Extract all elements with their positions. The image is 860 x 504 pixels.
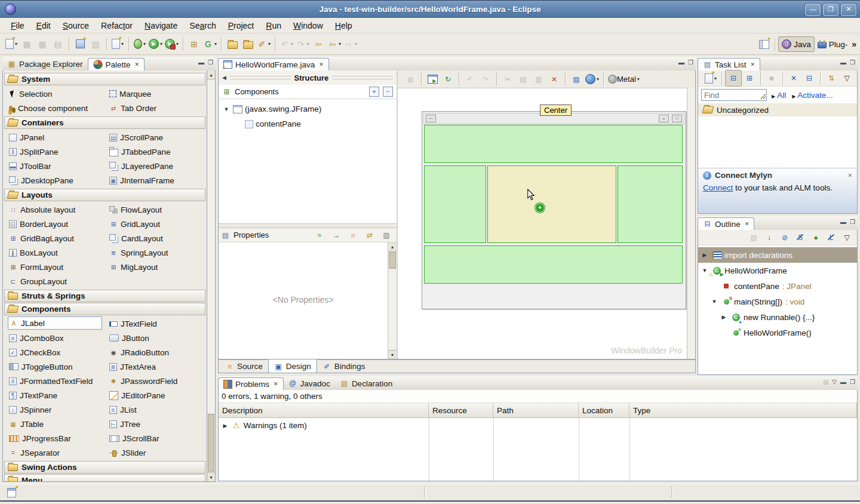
tab-declaration[interactable]: ▤Declaration (335, 377, 397, 390)
goto-definition-button[interactable]: → (328, 228, 344, 243)
palette-item-formlayout[interactable]: ⊞FormLayout (8, 260, 108, 274)
palette-item-jscrollpane[interactable]: ▤JScrollPane (108, 130, 207, 145)
palette-item-jtextarea[interactable]: ≣JTextArea (108, 359, 207, 374)
west-region[interactable] (424, 165, 486, 243)
palette-item-jbutton[interactable]: JButton (108, 331, 207, 345)
palette-item-boxlayout[interactable]: ∥BoxLayout (8, 245, 108, 260)
expand-all-icon[interactable]: + (369, 87, 379, 97)
palette-item-jtogglebutton[interactable]: JToggleButton (8, 359, 108, 374)
menu-edit[interactable]: Edit (30, 20, 57, 32)
palette-item-borderlayout[interactable]: ⊡BorderLayout (8, 217, 108, 231)
find-input[interactable] (701, 89, 767, 101)
palette-section-layouts[interactable]: Layouts (4, 189, 205, 201)
menu-run[interactable]: Run (260, 20, 287, 32)
perspective-java[interactable]: Java (778, 36, 815, 52)
palette-item-jlist[interactable]: ≡JList (108, 402, 207, 417)
column-header-path[interactable]: Path (493, 403, 579, 417)
last-edit-button[interactable]: ↶▾ (278, 36, 294, 52)
tab-javadoc[interactable]: @Javadoc (284, 377, 335, 390)
categorize-button[interactable]: ▨ (379, 228, 394, 243)
forward-button[interactable]: ⇨▾ (342, 36, 358, 52)
synchronize-button[interactable]: ⇅ (824, 70, 839, 86)
scroll-down-icon[interactable]: ▼ (388, 350, 397, 359)
outline-item[interactable]: ▶import declarations (698, 247, 857, 263)
maximize-icon[interactable]: ❐ (688, 59, 693, 66)
type-hierarchy-button[interactable]: ▨ (88, 36, 103, 52)
menu-refactor[interactable]: Refactor (95, 20, 139, 32)
south-region[interactable] (424, 245, 683, 284)
scrollbar-thumb[interactable] (389, 252, 396, 269)
maximize-icon[interactable]: ❐ (823, 4, 838, 16)
open-type-button[interactable] (225, 36, 240, 52)
minimize-icon[interactable]: ▬ (840, 379, 846, 385)
filter-completed-button[interactable]: ✕ (786, 70, 801, 86)
gwt-compile-button[interactable]: G▾ (202, 36, 218, 52)
outline-item[interactable]: ▶new Runnable() {...} (698, 309, 857, 325)
palette-item-jtabbedpane[interactable]: JTabbedPane (108, 145, 207, 159)
cut-button[interactable]: ✂ (500, 72, 515, 87)
tab-problems[interactable]: Problems✕ (218, 377, 284, 391)
palette-item-jpanel[interactable]: JPanel (8, 130, 108, 145)
palette-item-absolute-layout[interactable]: ∷Absolute layout (8, 202, 108, 217)
palette-item-miglayout[interactable]: ⊞MigLayout (108, 260, 207, 274)
palette-item-flowlayout[interactable]: FlowLayout (108, 202, 207, 217)
view-menu-button[interactable]: ▽ (839, 70, 855, 86)
close-icon[interactable]: ✕ (841, 4, 856, 16)
undo-button[interactable]: ↶ (462, 72, 478, 87)
chevron-down-icon[interactable]: ▼ (222, 106, 231, 112)
palette-item-jradiobutton[interactable]: ◉JRadioButton (108, 345, 207, 359)
scroll-up-icon[interactable]: ▲ (207, 70, 215, 79)
outline-item[interactable]: ▼main(String[]) : void (698, 294, 857, 309)
tab-helloworldframe-java[interactable]: HelloWorldFrame.java✕ (218, 58, 329, 71)
save-button[interactable]: ▦ (19, 36, 35, 52)
close-icon[interactable]: ✕ (745, 221, 750, 227)
new-wizard-button[interactable]: ▾ (4, 36, 19, 52)
problems-row[interactable]: ▶⚠Warnings (1 item) (219, 418, 857, 433)
delete-button[interactable]: ✕ (546, 72, 562, 87)
tab-palette[interactable]: Palette✕ (88, 58, 145, 71)
palette-item-gridlayout[interactable]: ⊞GridLayout (108, 217, 207, 231)
palette-item-tab-order[interactable]: ⇄Tab Order (108, 101, 207, 115)
palette-item-jscrollbar[interactable]: JScrollBar (108, 431, 207, 445)
palette-section-containers[interactable]: Containers (4, 116, 205, 129)
column-header-type[interactable]: Type (629, 403, 857, 417)
outline-item[interactable]: contentPane : JPanel (698, 278, 857, 294)
palette-section-components[interactable]: Components (4, 303, 205, 315)
palette-item-gridbaglayout[interactable]: ⊞GridBagLayout (8, 231, 108, 245)
close-icon[interactable]: ✕ (274, 381, 278, 387)
minimize-icon[interactable]: ▬ (198, 59, 204, 66)
tree-row[interactable]: ▼(javax.swing.JFrame) (219, 102, 397, 116)
filter-icon[interactable]: ▨ (823, 379, 828, 385)
show-public-button[interactable]: ● (808, 230, 824, 245)
close-icon[interactable]: ✕ (319, 62, 324, 67)
menu-file[interactable]: File (5, 20, 30, 32)
column-header-location[interactable]: Location (579, 403, 629, 417)
redo-button[interactable]: ↷ (478, 72, 493, 87)
palette-item-cardlayout[interactable]: CardLayout (108, 231, 207, 245)
back-button[interactable]: ⇦▾ (326, 36, 342, 52)
palette-item-selection[interactable]: Selection (8, 87, 108, 101)
open-perspective-button[interactable] (756, 36, 772, 52)
palette-item-jprogressbar[interactable]: JProgressBar (8, 431, 108, 445)
scroll-up-icon[interactable]: ▲ (388, 242, 397, 251)
column-header-resource[interactable]: Resource (429, 403, 493, 417)
search-button[interactable]: ✐▾ (256, 36, 272, 52)
design-canvas[interactable]: — ▵ □ Center + WindowBuilder Pro (398, 88, 695, 359)
task-category-row[interactable]: Uncategorized (698, 103, 857, 116)
copy-button[interactable]: ▧ (515, 72, 531, 87)
focus-button[interactable]: ▨ (746, 230, 761, 245)
palette-item-jtree[interactable]: ⊢JTree (108, 417, 207, 431)
run-button[interactable]: ▾ (148, 36, 164, 52)
minimize-icon[interactable]: — (805, 4, 821, 16)
palette-item-springlayout[interactable]: ≣SpringLayout (108, 245, 207, 260)
hide-fields-button[interactable]: ⊘ (777, 230, 793, 245)
menu-help[interactable]: Help (329, 20, 358, 32)
categorized-button[interactable]: ⊟ (725, 70, 742, 87)
chevron-right-icon[interactable]: ▶ (221, 423, 229, 429)
palette-scrollbar[interactable]: ▲ ▼ (207, 70, 216, 482)
palette-item-grouplayout[interactable]: ⊏GroupLayout (8, 274, 108, 288)
menu-search[interactable]: Search (183, 20, 222, 32)
externalize-strings-button[interactable]: ▤ (569, 72, 584, 87)
scroll-down-icon[interactable]: ▼ (207, 472, 215, 481)
palette-item-jcombobox[interactable]: ≡JComboBox (8, 331, 108, 345)
